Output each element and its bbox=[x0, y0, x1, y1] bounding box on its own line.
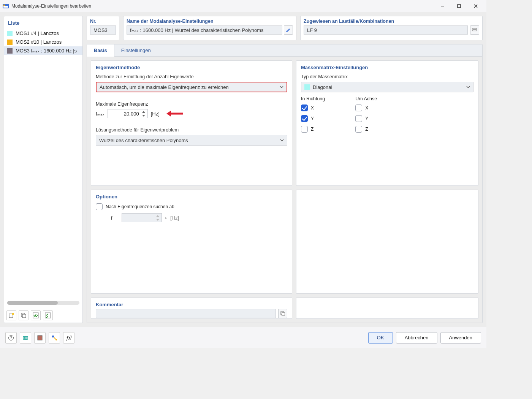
svg-rect-21 bbox=[38, 336, 42, 340]
check-multi-button[interactable] bbox=[43, 310, 53, 320]
f-input bbox=[122, 213, 162, 222]
new-item-button[interactable] bbox=[6, 310, 16, 320]
ok-button[interactable]: OK bbox=[368, 332, 393, 344]
dir-z-checkbox[interactable] bbox=[301, 126, 308, 133]
axis-z-checkbox[interactable] bbox=[355, 126, 362, 133]
mass-type-dropdown[interactable]: Diagonal bbox=[301, 82, 473, 92]
axis-y-checkbox[interactable] bbox=[355, 115, 362, 122]
kommentar-library-button[interactable] bbox=[278, 309, 287, 318]
liste-toolbar bbox=[4, 308, 82, 323]
edit-name-button[interactable] bbox=[284, 25, 293, 35]
function-button[interactable]: f𝑥̂ bbox=[63, 332, 74, 344]
svg-rect-22 bbox=[52, 336, 54, 337]
eigenwert-title: Eigenwertmethode bbox=[96, 65, 287, 70]
list-item[interactable]: MOS1 #4 | Lanczos bbox=[4, 29, 82, 38]
maximize-button[interactable] bbox=[451, 0, 467, 12]
axis-heading: Um Achse bbox=[355, 96, 377, 101]
horizontal-scrollbar[interactable] bbox=[7, 301, 79, 305]
color-swatch bbox=[7, 48, 13, 54]
nr-label: Nr. bbox=[90, 19, 116, 24]
minimize-button[interactable] bbox=[434, 0, 451, 12]
app-icon bbox=[2, 3, 9, 10]
nr-value: MOS3 bbox=[90, 25, 116, 35]
chevron-down-icon bbox=[280, 138, 284, 143]
main-area: Liste MOS1 #4 | Lanczos MOS2 #10 | Lancz… bbox=[0, 12, 486, 327]
liste-panel: Liste MOS1 #4 | Lanczos MOS2 #10 | Lancz… bbox=[4, 16, 83, 323]
extra-right-panel bbox=[296, 190, 478, 294]
footer-bar: ? 0,00 f𝑥̂ OK Abbrechen Anwenden bbox=[0, 327, 486, 348]
mass-type-label: Typ der Massenmatrix bbox=[301, 74, 473, 79]
svg-text:0,00: 0,00 bbox=[23, 337, 28, 339]
name-label: Name der Modalanalyse-Einstellungen bbox=[127, 19, 293, 24]
assign-label: Zugewiesen an Lastfälle/Kombinationen bbox=[304, 19, 479, 24]
units-button[interactable]: 0,00 bbox=[20, 332, 31, 344]
solver-dropdown[interactable]: Wurzel des charakteristischen Polynoms bbox=[96, 135, 287, 146]
tab-einstellungen[interactable]: Einstellungen bbox=[114, 44, 158, 56]
method-value: Automatisch, um die maximale Eigenfreque… bbox=[100, 84, 229, 90]
optionen-group: Optionen Nach Eigenfrequenzen suchen ab … bbox=[91, 190, 292, 294]
list-item-label: MOS2 #10 | Lanczos bbox=[16, 39, 62, 45]
kommentar-input[interactable] bbox=[96, 309, 276, 318]
svg-text:?: ? bbox=[10, 336, 12, 340]
chevron-down-icon bbox=[280, 84, 283, 90]
kommentar-title: Kommentar bbox=[96, 302, 287, 307]
kommentar-group: Kommentar bbox=[91, 298, 292, 319]
tabsbar: Basis Einstellungen bbox=[87, 44, 482, 57]
method-dropdown[interactable]: Automatisch, um die maximale Eigenfreque… bbox=[96, 82, 287, 92]
svg-point-23 bbox=[55, 339, 57, 340]
optionen-title: Optionen bbox=[96, 194, 287, 200]
color-swatch bbox=[304, 84, 310, 90]
cancel-button[interactable]: Abbrechen bbox=[396, 332, 437, 344]
liste-heading: Liste bbox=[4, 16, 82, 29]
maxfreq-label: Maximale Eigenfrequenz bbox=[96, 101, 287, 107]
f-extra-icon: ▸ bbox=[165, 215, 167, 220]
svg-rect-1 bbox=[3, 5, 5, 6]
search-from-checkbox[interactable] bbox=[96, 203, 103, 210]
list-item-label: MOS1 #4 | Lanczos bbox=[16, 30, 59, 36]
chevron-down-icon bbox=[466, 84, 470, 90]
fmax-step-down[interactable] bbox=[141, 114, 147, 117]
svg-rect-10 bbox=[22, 314, 26, 318]
mass-type-value: Diagonal bbox=[313, 84, 332, 90]
eigenwert-group: Eigenwertmethode Methode zur Ermittlung … bbox=[91, 60, 292, 186]
dir-y-checkbox[interactable] bbox=[301, 115, 308, 122]
extra-bottom-panel bbox=[296, 298, 478, 319]
annotation-arrow-icon bbox=[166, 110, 183, 117]
close-button[interactable] bbox=[467, 0, 484, 12]
f-step-down bbox=[155, 218, 161, 222]
massenmatrix-group: Massenmatrix-Einstellungen Typ der Masse… bbox=[296, 60, 478, 186]
liste-items: MOS1 #4 | Lanczos MOS2 #10 | Lanczos MOS… bbox=[4, 29, 82, 298]
color-swatch bbox=[7, 31, 13, 36]
copy-item-button[interactable] bbox=[19, 310, 28, 320]
f-unit: [Hz] bbox=[170, 215, 179, 221]
axis-x-checkbox[interactable] bbox=[355, 104, 362, 111]
check-single-button[interactable] bbox=[31, 310, 41, 320]
dir-x-checkbox[interactable] bbox=[301, 104, 308, 111]
help-button[interactable]: ? bbox=[5, 332, 17, 344]
svg-rect-2 bbox=[3, 6, 8, 8]
f-step-up bbox=[155, 214, 161, 218]
color-button[interactable] bbox=[34, 332, 46, 344]
fmax-step-up[interactable] bbox=[141, 110, 147, 114]
annotation-button[interactable] bbox=[49, 332, 60, 344]
apply-button[interactable]: Anwenden bbox=[440, 332, 481, 344]
window-title: Modalanalyse-Einstellungen bearbeiten bbox=[11, 3, 434, 9]
fmax-value: 20.000 bbox=[124, 111, 139, 117]
fmax-unit: [Hz] bbox=[151, 111, 160, 117]
svg-rect-4 bbox=[458, 5, 461, 8]
tabs-container: Basis Einstellungen Eigenwertmethode Met… bbox=[87, 44, 483, 323]
name-cell: Name der Modalanalyse-Einstellungen fₘₐₓ… bbox=[123, 16, 296, 40]
assign-picker-button[interactable] bbox=[470, 25, 479, 35]
fmax-symbol: fₘₐₓ bbox=[96, 111, 104, 117]
svg-point-8 bbox=[12, 313, 14, 315]
svg-rect-16 bbox=[282, 312, 285, 315]
nr-cell: Nr. MOS3 bbox=[87, 16, 119, 40]
titlebar: Modalanalyse-Einstellungen bearbeiten bbox=[0, 0, 486, 12]
fmax-input[interactable]: 20.000 bbox=[108, 109, 148, 118]
list-item[interactable]: MOS3 fₘₐₓ : 1600.000 Hz |s bbox=[4, 46, 82, 55]
f-symbol: f bbox=[111, 215, 119, 221]
tab-basis[interactable]: Basis bbox=[87, 44, 114, 57]
list-item[interactable]: MOS2 #10 | Lanczos bbox=[4, 38, 82, 46]
svg-rect-14 bbox=[473, 30, 477, 31]
assign-value: LF 9 bbox=[304, 25, 468, 35]
